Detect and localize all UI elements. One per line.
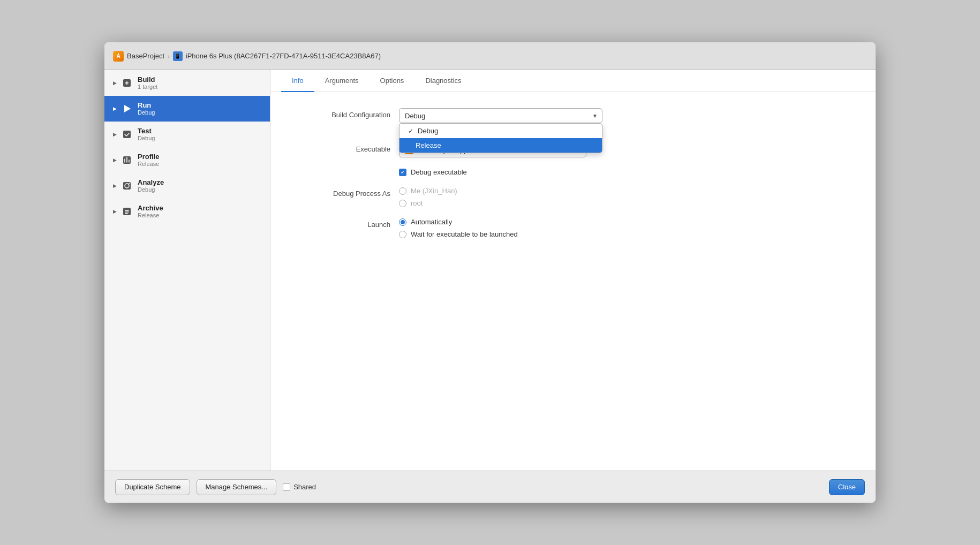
sidebar-item-profile[interactable]: ▶ Profile Release — [104, 147, 270, 173]
title-bar: A BaseProject › 📱 iPhone 6s Plus (8AC267… — [104, 42, 876, 70]
analyze-icon — [120, 179, 133, 192]
bottom-bar: Duplicate Scheme Manage Schemes... Share… — [104, 471, 876, 503]
build-title: Build — [138, 75, 157, 84]
debug-process-as-label: Debug Process As — [292, 187, 399, 198]
debug-process-as-row: Debug Process As Me (JXin_Han) root — [292, 187, 854, 207]
project-name: BaseProject — [127, 52, 164, 60]
radio-root-label: root — [411, 199, 423, 207]
dropdown-arrow-icon: ▼ — [592, 113, 598, 119]
build-subtitle: 1 target — [138, 84, 157, 90]
run-title: Run — [138, 101, 155, 109]
profile-title: Profile — [138, 153, 159, 161]
radio-automatically[interactable] — [399, 218, 406, 226]
build-configuration-row: Build Configuration Debug ▼ D — [292, 108, 854, 123]
sidebar-item-archive[interactable]: ▶ Archive Release — [104, 199, 270, 224]
dropdown-option-release[interactable]: Release — [399, 138, 602, 153]
tab-diagnostics[interactable]: Diagnostics — [414, 70, 472, 92]
xcode-icon: A — [113, 51, 124, 62]
archive-text: Archive Release — [138, 204, 163, 218]
build-config-dropdown-wrapper: Debug ▼ Debug Release — [399, 108, 602, 123]
test-title: Test — [138, 127, 155, 135]
executable-label: Executable — [292, 142, 399, 153]
build-config-control: Debug ▼ Debug Release — [399, 108, 667, 123]
window-body: ▶ Build 1 target ▶ — [104, 70, 876, 503]
tab-arguments[interactable]: Arguments — [314, 70, 370, 92]
debug-process-as-control: Me (JXin_Han) root — [399, 187, 667, 207]
expand-arrow-run: ▶ — [111, 105, 118, 112]
launch-label: Launch — [292, 218, 399, 229]
test-subtitle: Debug — [138, 135, 155, 141]
run-icon — [120, 102, 133, 115]
debug-executable-checkbox-row: Debug executable — [399, 168, 667, 176]
radio-row-root: root — [399, 199, 667, 207]
radio-root[interactable] — [399, 200, 406, 207]
radio-wait-label: Wait for executable to be launched — [411, 230, 518, 238]
sidebar: ▶ Build 1 target ▶ — [104, 70, 270, 471]
dropdown-option-debug[interactable]: Debug — [399, 124, 602, 138]
build-config-label: Build Configuration — [292, 108, 399, 119]
run-subtitle: Debug — [138, 109, 155, 116]
expand-arrow-test: ▶ — [111, 131, 118, 138]
radio-wait[interactable] — [399, 231, 406, 238]
dropdown-debug-label: Debug — [418, 127, 438, 135]
manage-schemes-button[interactable]: Manage Schemes... — [197, 479, 277, 495]
sidebar-item-build[interactable]: ▶ Build 1 target — [104, 70, 270, 96]
debug-executable-control: Debug executable — [399, 168, 667, 176]
analyze-text: Analyze Debug — [138, 178, 164, 193]
shared-checkbox-wrapper: Shared — [283, 483, 316, 491]
archive-subtitle: Release — [138, 212, 163, 218]
expand-arrow-build: ▶ — [111, 79, 118, 87]
sidebar-item-test[interactable]: ▶ Test Debug — [104, 122, 270, 147]
build-text: Build 1 target — [138, 75, 157, 90]
debug-process-as-radio-group: Me (JXin_Han) root — [399, 187, 667, 207]
archive-title: Archive — [138, 204, 163, 212]
build-config-dropdown[interactable]: Debug ▼ — [399, 108, 602, 123]
radio-row-wait: Wait for executable to be launched — [399, 230, 667, 238]
content-area: Build Configuration Debug ▼ D — [270, 92, 876, 471]
build-config-value: Debug — [405, 112, 425, 120]
sidebar-item-analyze[interactable]: ▶ Analyze Debug — [104, 173, 270, 199]
svg-rect-2 — [123, 131, 131, 138]
main-content: ▶ Build 1 target ▶ — [104, 70, 876, 471]
profile-icon — [120, 154, 133, 166]
radio-row-me: Me (JXin_Han) — [399, 187, 667, 195]
debug-executable-label: Debug executable — [411, 168, 467, 176]
svg-rect-6 — [123, 208, 131, 215]
radio-automatically-label: Automatically — [411, 218, 452, 226]
test-icon — [120, 128, 133, 141]
breadcrumb-chevron: › — [168, 53, 170, 59]
launch-radio-group: Automatically Wait for executable to be … — [399, 218, 667, 238]
test-text: Test Debug — [138, 127, 155, 141]
run-text: Run Debug — [138, 101, 155, 116]
expand-arrow-archive: ▶ — [111, 208, 118, 215]
tab-options[interactable]: Options — [370, 70, 415, 92]
radio-me[interactable] — [399, 187, 406, 195]
device-icon: 📱 — [173, 51, 183, 61]
device-name: iPhone 6s Plus (8AC267F1-27FD-471A-9511-… — [186, 52, 381, 60]
dropdown-release-label: Release — [416, 141, 441, 149]
shared-label: Shared — [293, 483, 316, 491]
radio-me-label: Me (JXin_Han) — [411, 187, 457, 195]
archive-icon — [120, 205, 133, 218]
analyze-title: Analyze — [138, 178, 164, 186]
radio-row-automatically: Automatically — [399, 218, 667, 226]
launch-row: Launch Automatically Wait for executable… — [292, 218, 854, 238]
build-icon — [120, 77, 133, 89]
main-window: A BaseProject › 📱 iPhone 6s Plus (8AC267… — [104, 42, 876, 503]
svg-marker-1 — [124, 105, 131, 112]
profile-subtitle: Release — [138, 161, 159, 167]
sidebar-item-run[interactable]: ▶ Run Debug — [104, 96, 270, 122]
title-bar-content: A BaseProject › 📱 iPhone 6s Plus (8AC267… — [113, 51, 381, 62]
duplicate-scheme-button[interactable]: Duplicate Scheme — [115, 479, 190, 495]
debug-executable-checkbox[interactable] — [399, 169, 406, 176]
build-config-menu: Debug Release — [399, 123, 602, 153]
tab-info[interactable]: Info — [281, 70, 314, 92]
close-button[interactable]: Close — [829, 479, 865, 495]
analyze-subtitle: Debug — [138, 186, 164, 193]
shared-checkbox[interactable] — [283, 483, 290, 491]
expand-arrow-analyze: ▶ — [111, 182, 118, 190]
content-panel: Info Arguments Options Diagnostics Build… — [270, 70, 876, 471]
tab-bar: Info Arguments Options Diagnostics — [270, 70, 876, 92]
launch-control: Automatically Wait for executable to be … — [399, 218, 667, 238]
debug-executable-row: Debug executable — [292, 168, 854, 176]
